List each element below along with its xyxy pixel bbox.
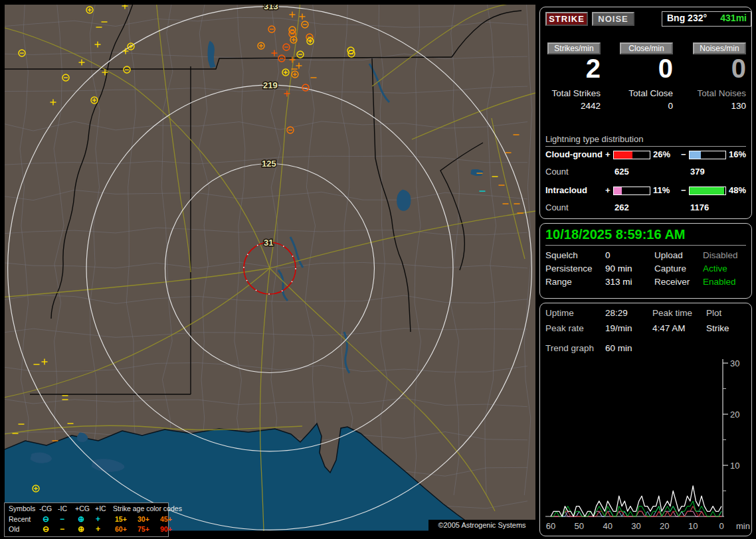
negative-count: 379 bbox=[690, 167, 705, 177]
clock-settings-panel: 10/18/2025 8:59:16 AM Squelch0UploadDisa… bbox=[539, 223, 752, 299]
bearing-display: Bng 232° 431mi bbox=[662, 11, 751, 27]
peak-time-value: 4:47 AM bbox=[652, 323, 686, 333]
noise-mode-button[interactable]: NOISE bbox=[592, 12, 634, 26]
positive-bar-fill bbox=[614, 151, 632, 159]
setting-status-value: Disabled bbox=[703, 250, 738, 260]
total-value: 130 bbox=[653, 101, 746, 111]
negative-bar-fill bbox=[690, 151, 701, 159]
symbol-legend: Symbols-CG-IC+CG+ICStrike age color code… bbox=[4, 502, 169, 537]
ic-neg-symbol-icon: − bbox=[60, 514, 64, 524]
negative-bar bbox=[689, 187, 726, 195]
x-tick-label: 20 bbox=[660, 521, 669, 531]
legend-header[interactable]: +IC bbox=[95, 504, 106, 514]
negative-percent: 48% bbox=[729, 185, 746, 195]
positive-count: 262 bbox=[614, 202, 629, 212]
age-code: 15+ bbox=[115, 514, 127, 524]
setting-status-value: Enabled bbox=[703, 277, 736, 287]
peak-rate-label: Peak rate bbox=[545, 323, 584, 333]
ic-neg-symbol-icon: − bbox=[60, 524, 64, 534]
uptime-value: 28:29 bbox=[605, 308, 628, 318]
plus-sign: + bbox=[605, 149, 611, 159]
positive-percent: 11% bbox=[653, 185, 670, 195]
lightning-map[interactable]: 31321912531 ©2005 Astrogenic Systems bbox=[0, 0, 535, 531]
legend-header[interactable]: Symbols bbox=[9, 504, 35, 514]
rate-value: 2 bbox=[521, 54, 601, 84]
positive-count: 625 bbox=[614, 167, 629, 177]
cg-pos-symbol-icon: ⊕ bbox=[78, 514, 84, 524]
positive-bar bbox=[613, 151, 650, 159]
rate-button-strikes[interactable]: Strikes/min bbox=[547, 42, 601, 54]
age-code: 90+ bbox=[160, 524, 172, 534]
legend-header[interactable]: +CG bbox=[75, 504, 90, 514]
x-tick-label: 10 bbox=[688, 521, 698, 531]
bearing-range-value: 431mi bbox=[720, 12, 747, 25]
total-label: Total Noises bbox=[653, 88, 746, 98]
range-ring-label: 313 bbox=[264, 1, 278, 11]
setting-label: Squelch bbox=[545, 250, 578, 260]
cg-neg-symbol-icon: ⊖ bbox=[43, 524, 49, 534]
count-label: Count bbox=[545, 202, 569, 212]
age-code: 45+ bbox=[160, 514, 172, 524]
trend-graph: 1020306050403020100min bbox=[540, 355, 751, 533]
strike-stats-panel: STRIKE NOISE Bng 232° 431mi Strikes/min2… bbox=[539, 7, 752, 219]
nexstorm-window: 31321912531 ©2005 Astrogenic Systems Sym… bbox=[0, 0, 756, 539]
x-tick-label: 0 bbox=[719, 521, 723, 531]
negative-percent: 16% bbox=[729, 149, 746, 159]
count-label: Count bbox=[545, 167, 569, 177]
rate-value: 0 bbox=[593, 54, 673, 84]
cg-pos-symbol-icon: ⊕ bbox=[78, 524, 84, 534]
trend-series-negative-intracloud bbox=[551, 501, 721, 516]
setting-label: Range bbox=[545, 277, 572, 287]
setting-label: Capture bbox=[654, 264, 686, 273]
copyright-text: ©2005 Astrogenic Systems bbox=[428, 520, 535, 531]
legend-row-label: Old bbox=[9, 524, 19, 534]
positive-percent: 26% bbox=[653, 149, 670, 159]
x-axis-unit: min bbox=[736, 521, 750, 531]
setting-value: 90 min bbox=[605, 264, 632, 273]
legend-header[interactable]: -CG bbox=[39, 504, 52, 514]
age-code: 60+ bbox=[115, 524, 127, 534]
status-trend-panel: Uptime28:29Peak timePlotPeak rate19/min4… bbox=[539, 303, 752, 536]
positive-bar-fill bbox=[614, 187, 622, 194]
setting-status-value: Active bbox=[703, 264, 727, 273]
y-tick-label: 10 bbox=[730, 461, 739, 471]
range-ring-label: 219 bbox=[263, 80, 278, 90]
positive-bar bbox=[613, 187, 650, 195]
ic-pos-symbol-icon: + bbox=[96, 524, 100, 534]
y-tick-label: 30 bbox=[730, 358, 739, 368]
cg-neg-symbol-icon: ⊖ bbox=[43, 514, 49, 524]
strike-mode-button[interactable]: STRIKE bbox=[545, 12, 588, 26]
y-tick-label: 20 bbox=[730, 410, 739, 420]
age-code: 75+ bbox=[138, 524, 149, 534]
legend-header[interactable]: -IC bbox=[58, 504, 67, 514]
setting-label: Upload bbox=[654, 250, 683, 260]
peak-time-label: Peak time bbox=[652, 308, 692, 318]
negative-count: 1176 bbox=[690, 202, 709, 212]
plot-value: Strike bbox=[706, 323, 729, 333]
ic-pos-symbol-icon: + bbox=[96, 514, 100, 524]
range-ring-label: 125 bbox=[262, 159, 276, 169]
trend-graph-label: Trend graph bbox=[545, 343, 594, 353]
minus-sign: − bbox=[681, 185, 686, 195]
legend-row-label: Recent bbox=[9, 514, 31, 524]
range-ring-label: 31 bbox=[264, 238, 273, 248]
age-code: 30+ bbox=[138, 514, 149, 524]
setting-label: Receiver bbox=[654, 277, 690, 287]
rate-button-noises[interactable]: Noises/min bbox=[693, 42, 746, 54]
legend-header[interactable]: Strike age color codes bbox=[113, 504, 182, 514]
datetime-display: 10/18/2025 8:59:16 AM bbox=[545, 227, 746, 246]
rate-value: 0 bbox=[666, 54, 746, 84]
x-tick-label: 50 bbox=[575, 521, 584, 531]
bearing-value: Bng 232° bbox=[667, 12, 707, 25]
setting-value: 0 bbox=[605, 250, 611, 260]
plot-label: Plot bbox=[706, 308, 721, 318]
uptime-label: Uptime bbox=[545, 308, 574, 318]
map-canvas[interactable]: 31321912531 bbox=[0, 0, 535, 531]
plus-sign: + bbox=[605, 185, 611, 195]
setting-value: 313 mi bbox=[605, 277, 632, 287]
x-tick-label: 40 bbox=[603, 521, 612, 531]
negative-bar bbox=[689, 151, 726, 159]
x-tick-label: 60 bbox=[546, 521, 555, 531]
rate-button-close[interactable]: Close/min bbox=[620, 42, 673, 54]
distribution-row-label: Cloud-ground bbox=[545, 149, 603, 159]
